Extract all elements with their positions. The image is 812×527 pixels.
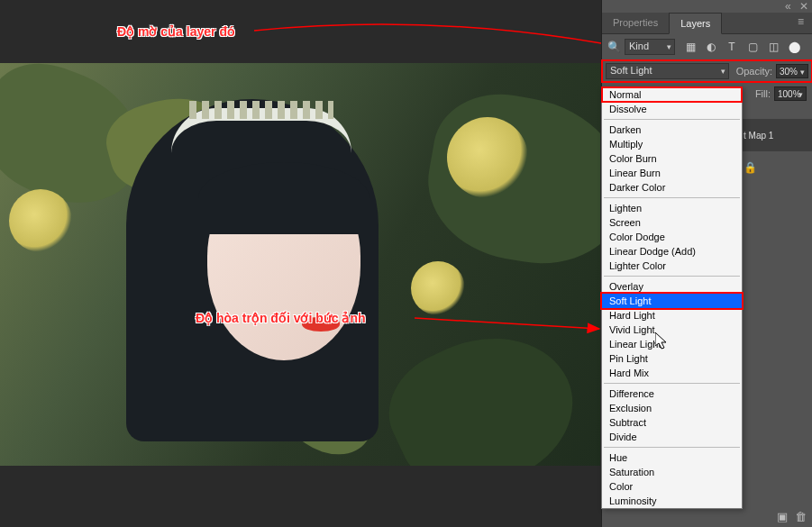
blend-option-linear-burn[interactable]: Linear Burn bbox=[602, 166, 742, 180]
layer-filter-row: 🔍 Kind ▾ ▦ ◐ T ▢ ◫ ⬤ bbox=[602, 34, 812, 60]
annotation-opacity: Độ mờ của layer đó bbox=[117, 24, 235, 39]
blend-option-multiply[interactable]: Multiply bbox=[602, 137, 742, 151]
blend-option-linear-dodge[interactable]: Linear Dodge (Add) bbox=[602, 244, 742, 259]
highlight-softlight-box: Soft Light bbox=[602, 294, 742, 308]
fill-value: 100% bbox=[778, 89, 801, 99]
layer-item-gradient-map[interactable]: t Map 1 bbox=[740, 119, 812, 151]
chevron-down-icon: ▾ bbox=[798, 90, 803, 99]
blend-opacity-row: Soft Light ▾ Opacity: 30% ▾ bbox=[602, 60, 812, 82]
blend-option-dissolve[interactable]: Dissolve bbox=[602, 102, 742, 116]
dropdown-separator bbox=[604, 383, 740, 384]
blend-option-lighter-color[interactable]: Lighter Color bbox=[602, 259, 742, 273]
canvas-area[interactable] bbox=[0, 0, 601, 527]
blend-option-exclusion[interactable]: Exclusion bbox=[602, 401, 742, 415]
filter-kind-select[interactable]: Kind ▾ bbox=[625, 39, 675, 55]
filter-adjustment-icon[interactable]: ◐ bbox=[705, 41, 717, 53]
blend-option-color[interactable]: Color bbox=[602, 479, 742, 494]
opacity-input[interactable]: 30% ▾ bbox=[776, 64, 808, 78]
layers-list: t Map 1 🔒 bbox=[740, 119, 812, 184]
blend-mode-select[interactable]: Soft Light ▾ bbox=[606, 63, 729, 79]
blend-option-difference[interactable]: Difference bbox=[602, 386, 742, 401]
blend-option-hard-light[interactable]: Hard Light bbox=[602, 308, 742, 323]
blend-option-darken[interactable]: Darken bbox=[602, 123, 742, 137]
blend-option-subtract[interactable]: Subtract bbox=[602, 415, 742, 430]
blend-option-color-burn[interactable]: Color Burn bbox=[602, 151, 742, 166]
filter-type-icons: ▦ ◐ T ▢ ◫ ⬤ bbox=[684, 41, 800, 53]
lock-icon: 🔒 bbox=[744, 161, 757, 174]
filter-toggle-icon[interactable]: ⬤ bbox=[788, 41, 800, 53]
layers-footer: ▣ 🗑 bbox=[777, 510, 807, 523]
close-panel-icon[interactable]: ✕ bbox=[799, 2, 808, 11]
blend-option-hue[interactable]: Hue bbox=[602, 450, 742, 465]
opacity-value: 30% bbox=[780, 67, 798, 77]
dropdown-separator bbox=[604, 276, 740, 277]
blend-option-saturation[interactable]: Saturation bbox=[602, 465, 742, 479]
blend-mode-dropdown: Normal Dissolve Darken Multiply Color Bu… bbox=[601, 86, 743, 509]
collapse-panel-icon[interactable]: « bbox=[785, 2, 794, 11]
dropdown-separator bbox=[604, 197, 740, 198]
blend-option-color-dodge[interactable]: Color Dodge bbox=[602, 230, 742, 244]
search-icon: 🔍 bbox=[607, 41, 621, 53]
chevron-down-icon: ▾ bbox=[721, 67, 725, 76]
blend-option-pin-light[interactable]: Pin Light bbox=[602, 351, 742, 366]
tab-properties[interactable]: Properties bbox=[602, 13, 669, 33]
highlight-normal-box: Normal bbox=[602, 87, 742, 102]
filter-smart-icon[interactable]: ◫ bbox=[767, 41, 780, 53]
new-layer-icon[interactable]: ▣ bbox=[777, 510, 788, 523]
opacity-label: Opacity: bbox=[736, 66, 772, 77]
panel-tabs: Properties Layers ≡ bbox=[602, 13, 812, 34]
blend-option-darker-color[interactable]: Darker Color bbox=[602, 180, 742, 195]
blend-option-soft-light[interactable]: Soft Light bbox=[602, 294, 742, 308]
fill-label: Fill: bbox=[755, 88, 771, 99]
filter-type-icon[interactable]: T bbox=[725, 41, 738, 53]
layer-item-locked[interactable]: 🔒 bbox=[740, 151, 812, 184]
blend-option-luminosity[interactable]: Luminosity bbox=[602, 494, 742, 508]
blend-option-vivid-light[interactable]: Vivid Light bbox=[602, 323, 742, 337]
blend-option-lighten[interactable]: Lighten bbox=[602, 201, 742, 215]
fill-input[interactable]: 100% ▾ bbox=[774, 86, 807, 101]
blend-option-screen[interactable]: Screen bbox=[602, 215, 742, 230]
blend-option-overlay[interactable]: Overlay bbox=[602, 279, 742, 294]
blend-option-divide[interactable]: Divide bbox=[602, 430, 742, 444]
blend-option-linear-light[interactable]: Linear Light bbox=[602, 337, 742, 351]
filter-shape-icon[interactable]: ▢ bbox=[746, 41, 759, 53]
dropdown-separator bbox=[604, 119, 740, 120]
blend-option-normal[interactable]: Normal bbox=[602, 87, 742, 102]
annotation-blend: Độ hòa trộn đối với bức ảnh bbox=[196, 311, 366, 325]
chevron-down-icon: ▾ bbox=[667, 42, 671, 51]
delete-layer-icon[interactable]: 🗑 bbox=[795, 510, 807, 523]
filter-kind-label: Kind bbox=[629, 41, 649, 51]
blend-option-hard-mix[interactable]: Hard Mix bbox=[602, 366, 742, 380]
document-image[interactable] bbox=[0, 63, 600, 466]
filter-pixel-icon[interactable]: ▦ bbox=[684, 41, 697, 53]
tab-layers[interactable]: Layers bbox=[669, 13, 722, 34]
layer-label: t Map 1 bbox=[744, 131, 773, 141]
chevron-down-icon: ▾ bbox=[800, 68, 805, 77]
panel-menu-icon[interactable]: ≡ bbox=[798, 17, 807, 26]
blend-mode-value: Soft Light bbox=[610, 65, 652, 76]
dropdown-separator bbox=[604, 447, 740, 448]
